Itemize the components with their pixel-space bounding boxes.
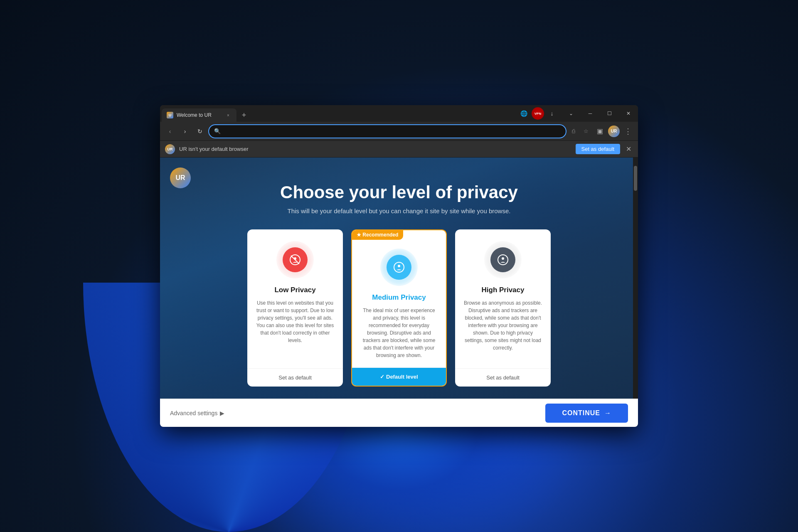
continue-label: CONTINUE bbox=[562, 409, 600, 417]
page-title: Choose your level of privacy bbox=[280, 182, 518, 202]
low-privacy-icon-wrapper bbox=[276, 241, 314, 278]
close-button[interactable]: ✕ bbox=[619, 107, 638, 120]
medium-privacy-icon bbox=[387, 255, 411, 280]
advanced-settings-arrow: ▶ bbox=[220, 410, 224, 416]
high-privacy-footer[interactable]: Set as default bbox=[455, 368, 551, 387]
address-actions: ⎙ ☆ bbox=[568, 126, 591, 137]
recommended-badge: ★ Recommended bbox=[352, 230, 403, 240]
bookmark-icon[interactable]: ☆ bbox=[581, 126, 591, 137]
new-tab-button[interactable]: + bbox=[238, 109, 250, 121]
browser-tab[interactable]: U Welcome to UR × bbox=[162, 108, 236, 122]
nav-right: ▣ UR ⋮ bbox=[593, 125, 635, 138]
medium-privacy-card-body: Medium Privacy The ideal mix of user exp… bbox=[352, 230, 446, 367]
tab-favicon: U bbox=[167, 112, 173, 118]
ur-logo-small: UR bbox=[165, 144, 175, 154]
chevron-button[interactable]: ⌄ bbox=[562, 107, 581, 120]
advanced-settings-link[interactable]: Advanced settings ▶ bbox=[170, 410, 224, 416]
tabs-area: U Welcome to UR × + bbox=[160, 105, 514, 122]
dismiss-bar-button[interactable]: ✕ bbox=[624, 143, 633, 155]
svg-point-6 bbox=[502, 257, 504, 260]
low-privacy-desc: Use this level on websites that you trus… bbox=[256, 299, 335, 344]
browser-window: U Welcome to UR × + 🌐 VPN ↓ ⌄ ─ bbox=[160, 105, 638, 427]
low-privacy-icon bbox=[283, 247, 308, 272]
svg-point-2 bbox=[294, 257, 296, 260]
address-input[interactable] bbox=[224, 128, 561, 135]
high-privacy-desc: Browse as anonymous as possible. Disrupt… bbox=[463, 299, 542, 352]
download-icon[interactable]: ↓ bbox=[546, 107, 558, 120]
high-privacy-title: High Privacy bbox=[482, 286, 525, 294]
low-privacy-title: Low Privacy bbox=[274, 286, 315, 294]
low-privacy-footer[interactable]: Set as default bbox=[247, 368, 343, 387]
window-controls: ⌄ ─ ☐ ✕ bbox=[562, 105, 638, 122]
medium-privacy-card[interactable]: ★ Recommended Medi bbox=[351, 229, 447, 387]
title-bar: U Welcome to UR × + 🌐 VPN ↓ ⌄ ─ bbox=[160, 105, 638, 122]
high-privacy-icon-wrapper bbox=[484, 241, 522, 278]
page-content: UR Choose your level of privacy This wil… bbox=[160, 158, 638, 399]
default-browser-bar: UR UR isn't your default browser Set as … bbox=[160, 141, 638, 158]
continue-button[interactable]: CONTINUE → bbox=[545, 404, 628, 423]
medium-privacy-desc: The ideal mix of user experience and pri… bbox=[360, 307, 438, 359]
address-bar[interactable]: 🔍 bbox=[208, 124, 566, 138]
maximize-button[interactable]: ☐ bbox=[600, 107, 619, 120]
bottom-bar: Advanced settings ▶ CONTINUE → bbox=[160, 399, 638, 427]
vpn-icon[interactable]: VPN bbox=[532, 107, 544, 120]
forward-button[interactable]: › bbox=[178, 125, 192, 138]
back-button[interactable]: ‹ bbox=[163, 125, 177, 138]
navigation-bar: ‹ › ↻ 🔍 ⎙ ☆ ▣ UR ⋮ bbox=[160, 122, 638, 141]
sidebar-toggle-button[interactable]: ▣ bbox=[593, 125, 606, 138]
search-icon: 🔍 bbox=[214, 128, 221, 134]
page-inner: Choose your level of privacy This will b… bbox=[160, 158, 638, 395]
toolbar-icons: 🌐 VPN ↓ bbox=[514, 105, 562, 122]
minimize-button[interactable]: ─ bbox=[581, 107, 600, 120]
reload-button[interactable]: ↻ bbox=[193, 125, 207, 138]
tab-close-button[interactable]: × bbox=[225, 112, 232, 118]
set-default-button[interactable]: Set as default bbox=[576, 144, 621, 154]
high-privacy-card-body: High Privacy Browse as anonymous as poss… bbox=[455, 229, 551, 368]
user-avatar[interactable]: UR bbox=[608, 126, 620, 137]
continue-arrow: → bbox=[604, 409, 611, 417]
menu-button[interactable]: ⋮ bbox=[621, 125, 635, 138]
page-subtitle: This will be your default level but you … bbox=[288, 207, 511, 214]
medium-privacy-icon-wrapper bbox=[380, 249, 418, 286]
low-privacy-card-body: Low Privacy Use this level on websites t… bbox=[247, 229, 343, 368]
share-icon[interactable]: ⎙ bbox=[568, 126, 579, 137]
medium-privacy-footer[interactable]: ✓ Default level bbox=[352, 367, 446, 386]
high-privacy-card[interactable]: High Privacy Browse as anonymous as poss… bbox=[455, 229, 551, 387]
medium-privacy-title: Medium Privacy bbox=[372, 293, 426, 302]
default-browser-message: UR isn't your default browser bbox=[179, 146, 571, 152]
tab-title: Welcome to UR bbox=[177, 112, 222, 118]
privacy-cards-grid: Low Privacy Use this level on websites t… bbox=[177, 229, 621, 387]
globe-icon[interactable]: 🌐 bbox=[517, 107, 530, 120]
high-privacy-icon bbox=[490, 247, 515, 272]
svg-point-4 bbox=[398, 265, 400, 267]
low-privacy-card[interactable]: Low Privacy Use this level on websites t… bbox=[247, 229, 343, 387]
advanced-settings-label: Advanced settings bbox=[170, 410, 217, 416]
